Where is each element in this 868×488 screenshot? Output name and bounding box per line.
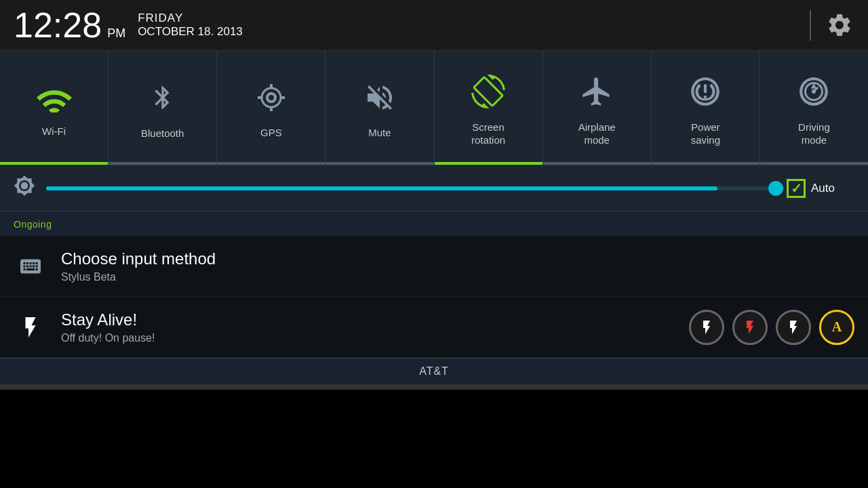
gear-icon — [826, 12, 853, 39]
time-block: 12:28 PM — [14, 7, 125, 43]
toggle-power-saving[interactable]: Powersaving — [652, 51, 760, 165]
svg-point-1 — [262, 88, 281, 107]
quick-toggles-row: Wi-Fi Bluetooth GPS — [0, 51, 868, 165]
brightness-slider[interactable] — [46, 186, 776, 190]
screen-rotation-label: Screenrotation — [471, 121, 505, 147]
svg-point-0 — [267, 94, 275, 102]
toggle-wifi[interactable]: Wi-Fi — [0, 51, 108, 165]
bluetooth-icon — [149, 81, 176, 120]
lightning-icon — [18, 312, 43, 342]
stay-alive-action-white2[interactable] — [776, 310, 811, 345]
input-method-subtitle: Stylus Beta — [61, 271, 854, 283]
driving-mode-icon — [797, 75, 831, 114]
driving-mode-active-bar — [760, 162, 868, 165]
ongoing-header: Ongoing — [0, 211, 868, 236]
power-saving-icon — [688, 75, 722, 114]
scroll-thumb — [0, 384, 868, 390]
screen-rotation-icon — [471, 75, 505, 114]
lightning-icon-wrap — [14, 312, 47, 342]
toggle-airplane-mode[interactable]: Airplanemode — [543, 51, 652, 165]
mute-icon — [363, 81, 396, 119]
scroll-bar — [0, 384, 868, 390]
mute-active-bar — [326, 162, 433, 165]
keyboard-icon — [16, 254, 45, 279]
stay-alive-subtitle: Off duty! On pause! — [61, 332, 675, 344]
gps-icon — [255, 81, 288, 119]
day-name: FRIDAY — [138, 12, 243, 25]
wifi-active-bar — [0, 162, 108, 165]
power-saving-label: Powersaving — [691, 121, 720, 147]
keyboard-icon-wrap — [14, 254, 47, 279]
bluetooth-label: Bluetooth — [141, 127, 184, 140]
brightness-slider-thumb — [768, 181, 783, 196]
status-bar: 12:28 PM FRIDAY OCTOBER 18. 2013 — [0, 0, 868, 51]
toggle-mute[interactable]: Mute — [326, 51, 434, 165]
brightness-row: ✓ Auto — [0, 165, 868, 211]
notification-stay-alive[interactable]: Stay Alive! Off duty! On pause! A — [0, 297, 868, 358]
toggle-driving-mode[interactable]: Drivingmode — [760, 51, 868, 165]
brightness-icon — [14, 175, 35, 201]
auto-brightness-label: Auto — [811, 182, 835, 195]
wifi-icon — [37, 83, 72, 118]
carrier-name: AT&T — [419, 365, 449, 377]
stay-alive-title: Stay Alive! — [61, 310, 675, 329]
notification-input-method[interactable]: Choose input method Stylus Beta — [0, 236, 868, 297]
toggle-gps[interactable]: GPS — [217, 51, 326, 165]
stay-alive-action-red[interactable] — [732, 310, 768, 345]
bluetooth-active-bar — [108, 162, 216, 165]
toggle-screen-rotation[interactable]: Screenrotation — [435, 51, 543, 165]
driving-mode-label: Drivingmode — [798, 121, 830, 147]
mute-label: Mute — [368, 126, 391, 140]
auto-brightness-checkbox[interactable]: ✓ — [787, 179, 806, 198]
stay-alive-action-white[interactable] — [689, 310, 724, 345]
time-display: 12:28 — [14, 7, 102, 43]
gps-active-bar — [217, 162, 325, 165]
gps-label: GPS — [260, 126, 282, 140]
full-date: OCTOBER 18. 2013 — [138, 25, 243, 39]
ongoing-section: Ongoing Choose input method Stylus Beta … — [0, 211, 868, 358]
input-method-notification-text: Choose input method Stylus Beta — [61, 249, 854, 283]
airplane-mode-active-bar — [543, 162, 651, 165]
settings-button[interactable] — [825, 10, 854, 40]
input-method-title: Choose input method — [61, 249, 854, 268]
time-ampm: PM — [107, 26, 125, 41]
auto-checkmark: ✓ — [791, 180, 802, 197]
ongoing-section-title: Ongoing — [14, 219, 52, 230]
stay-alive-actions: A — [689, 310, 854, 345]
airplane-mode-label: Airplanemode — [578, 121, 616, 147]
toggle-bluetooth[interactable]: Bluetooth — [108, 51, 217, 165]
wifi-label: Wi-Fi — [42, 125, 66, 138]
stay-alive-notification-text: Stay Alive! Off duty! On pause! — [61, 310, 675, 344]
brightness-slider-fill — [46, 186, 717, 190]
stay-alive-action-yellow[interactable]: A — [819, 310, 854, 345]
auto-brightness-toggle[interactable]: ✓ Auto — [787, 179, 854, 198]
date-block: FRIDAY OCTOBER 18. 2013 — [138, 12, 243, 39]
carrier-bar: AT&T — [0, 358, 868, 384]
status-bar-divider — [810, 10, 811, 41]
screen-rotation-active-bar — [435, 162, 542, 165]
power-saving-active-bar — [652, 162, 760, 165]
airplane-mode-icon — [580, 75, 614, 114]
